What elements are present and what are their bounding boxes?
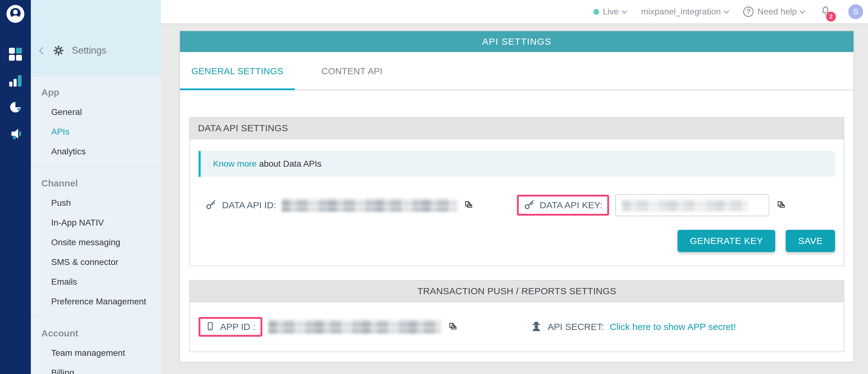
help-icon: ? [743, 6, 754, 17]
menu-divider [31, 317, 161, 318]
data-api-key-field: DATA API KEY: [517, 194, 835, 216]
notifications-button[interactable]: 2 [819, 4, 834, 20]
chevron-down-icon [724, 8, 729, 13]
app-id-value-redacted [269, 320, 441, 334]
sidebar-item-apis[interactable]: APIs [31, 122, 161, 142]
generate-key-button[interactable]: GENERATE KEY [678, 230, 775, 252]
live-status-dot [593, 9, 599, 15]
sidebar-item-push[interactable]: Push [31, 193, 161, 213]
help-label: Need help [757, 7, 797, 16]
know-more-banner: Know more about Data APIs [198, 151, 835, 177]
save-button[interactable]: SAVE [786, 230, 835, 252]
sidebar-header: Settings [31, 0, 161, 76]
data-api-section-title: DATA API SETTINGS [190, 118, 844, 139]
main-area: Live mixpanel_integration ? Need help 2 … [161, 0, 868, 374]
page-title: API SETTINGS [180, 31, 854, 52]
settings-sidebar: Settings App General APIs Analytics Chan… [31, 0, 161, 374]
data-api-id-field: DATA API ID: [198, 199, 517, 212]
data-api-key-input[interactable] [615, 194, 769, 216]
show-app-secret-link[interactable]: Click here to show APP secret! [610, 321, 736, 332]
chevron-down-icon [800, 8, 805, 13]
user-avatar[interactable]: S [848, 4, 863, 19]
project-dropdown[interactable]: mixpanel_integration [641, 7, 728, 16]
key-icon [205, 199, 216, 211]
spy-icon [530, 320, 542, 333]
project-name: mixpanel_integration [641, 7, 721, 16]
sidebar-item-team-management[interactable]: Team management [31, 343, 161, 363]
environment-dropdown[interactable]: Live [593, 7, 626, 16]
menu-group-app: App [31, 82, 161, 102]
apps-grid-icon[interactable] [9, 47, 22, 61]
api-secret-label: API SECRET: [548, 321, 604, 332]
sidebar-item-billing[interactable]: Billing [31, 363, 161, 374]
gear-icon [53, 45, 64, 56]
help-dropdown[interactable]: ? Need help [743, 6, 805, 17]
back-chevron-icon[interactable] [39, 47, 46, 54]
megaphone-icon[interactable] [9, 127, 22, 140]
data-api-id-value-redacted [282, 199, 458, 212]
environment-label: Live [603, 7, 619, 16]
brand-logo[interactable] [6, 4, 25, 24]
sidebar-item-preference-management[interactable]: Preference Management [31, 292, 161, 311]
copy-icon[interactable] [447, 321, 458, 333]
menu-group-account: Account [31, 324, 161, 343]
api-settings-card: API SETTINGS GENERAL SETTINGS CONTENT AP… [179, 31, 854, 363]
chevron-down-icon [621, 8, 627, 13]
tab-general-settings[interactable]: GENERAL SETTINGS [180, 52, 295, 90]
data-api-key-value-redacted [622, 199, 748, 211]
app-id-label: APP ID : [220, 321, 255, 332]
transaction-section-title: TRANSACTION PUSH / REPORTS SETTINGS [190, 281, 844, 302]
notification-badge: 2 [826, 12, 836, 22]
app-rail [0, 0, 31, 374]
data-api-id-label: DATA API ID: [222, 200, 276, 210]
data-api-key-label: DATA API KEY: [540, 200, 602, 210]
copy-icon[interactable] [776, 199, 786, 211]
sidebar-item-sms-connector[interactable]: SMS & connector [31, 252, 161, 272]
sidebar-title: Settings [72, 45, 106, 56]
annotation-highlight-data-api-key: DATA API KEY: [517, 195, 610, 216]
sidebar-item-general[interactable]: General [31, 102, 161, 122]
sidebar-item-inapp-nativ[interactable]: In-App NATIV [31, 213, 161, 233]
menu-group-channel: Channel [31, 173, 161, 193]
sidebar-item-analytics[interactable]: Analytics [31, 142, 161, 162]
pie-chart-icon[interactable] [9, 100, 22, 114]
sidebar-item-emails[interactable]: Emails [31, 272, 161, 292]
sidebar-item-onsite-messaging[interactable]: Onsite messaging [31, 233, 161, 252]
settings-menu: App General APIs Analytics Channel Push … [31, 76, 161, 374]
mobile-phone-icon [205, 321, 215, 332]
app-id-field: APP ID : [198, 317, 517, 337]
tab-bar: GENERAL SETTINGS CONTENT API [180, 52, 854, 90]
know-more-link[interactable]: Know more [213, 159, 257, 169]
api-secret-field: API SECRET: Click here to show APP secre… [517, 320, 835, 333]
top-header: Live mixpanel_integration ? Need help 2 … [161, 0, 868, 24]
copy-icon[interactable] [463, 199, 474, 211]
know-more-text: about Data APIs [257, 159, 321, 169]
key-icon [524, 199, 535, 211]
transaction-settings-section: TRANSACTION PUSH / REPORTS SETTINGS APP … [189, 280, 844, 352]
tab-content-api[interactable]: CONTENT API [295, 52, 409, 90]
bar-chart-icon[interactable] [9, 74, 22, 88]
data-api-settings-section: DATA API SETTINGS Know more about Data A… [189, 117, 844, 266]
annotation-highlight-app-id: APP ID : [198, 317, 262, 337]
menu-divider [31, 167, 161, 168]
